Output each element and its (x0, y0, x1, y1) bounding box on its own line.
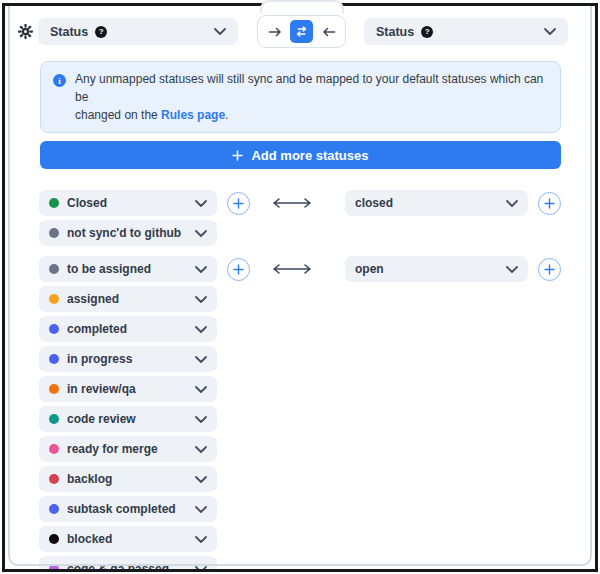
source-status-dropdown[interactable]: completed (39, 316, 217, 342)
mapping-row: Closed closed (39, 190, 595, 216)
source-status-dropdown[interactable]: subtask completed (39, 496, 217, 522)
source-status-label: subtask completed (67, 502, 195, 516)
help-icon[interactable]: ? (95, 26, 107, 38)
info-icon: i (53, 74, 66, 87)
target-status-dropdown[interactable]: closed (345, 190, 528, 216)
status-color-dot (49, 384, 59, 394)
add-more-statuses-button[interactable]: Add more statuses (40, 141, 561, 169)
mapping-row: completed (39, 316, 595, 342)
source-status-label: not sync'd to github (67, 226, 195, 240)
status-color-dot (49, 504, 59, 514)
mapping-groups: Closed closed not sync'd to github to be… (5, 190, 595, 572)
chevron-down-icon (195, 476, 207, 483)
add-source-status-button[interactable] (227, 258, 250, 281)
status-color-dot (49, 294, 59, 304)
mapping-row: not sync'd to github (39, 220, 595, 246)
source-status-label: backlog (67, 472, 195, 486)
status-color-dot (49, 264, 59, 274)
unmapped-statuses-info-banner: i Any unmapped statuses will still sync … (40, 61, 561, 133)
chevron-down-icon (195, 230, 207, 237)
cropped-popover-notch (260, 0, 344, 13)
mapping-row: in progress (39, 346, 595, 372)
banner-line-2-text: changed on the (75, 108, 161, 122)
source-field-dropdown[interactable]: Status ? (38, 18, 238, 45)
add-target-status-button[interactable] (538, 192, 561, 215)
source-status-dropdown[interactable]: in review/qa (39, 376, 217, 402)
source-status-dropdown[interactable]: backlog (39, 466, 217, 492)
plus-icon (233, 264, 244, 275)
chevron-down-icon (195, 356, 207, 363)
source-status-dropdown[interactable]: to be assigned (39, 256, 217, 282)
source-status-dropdown[interactable]: Closed (39, 190, 217, 216)
source-status-dropdown[interactable]: in progress (39, 346, 217, 372)
target-status-dropdown[interactable]: open (345, 256, 528, 282)
one-way-left-button[interactable] (317, 20, 340, 43)
status-mapping-screen: Status ? Status ? (0, 0, 600, 574)
status-color-dot (49, 564, 59, 572)
source-status-label: ready for merge (67, 442, 195, 456)
source-field-label: Status (50, 25, 88, 39)
source-status-label: to be assigned (67, 262, 195, 276)
mapping-group: to be assigned open assigned completed (5, 256, 595, 572)
sync-direction-toggle (257, 15, 346, 48)
source-status-label: blocked (67, 532, 195, 546)
chevron-down-icon (506, 266, 518, 273)
arrow-right-icon (268, 27, 282, 37)
status-color-dot (49, 324, 59, 334)
help-icon[interactable]: ? (421, 26, 433, 38)
source-status-dropdown[interactable]: assigned (39, 286, 217, 312)
rules-page-link[interactable]: Rules page (161, 108, 225, 122)
add-more-statuses-label: Add more statuses (251, 148, 368, 163)
banner-text: Any unmapped statuses will still sync an… (75, 70, 548, 124)
source-status-dropdown[interactable]: code review (39, 406, 217, 432)
chevron-down-icon (195, 506, 207, 513)
add-source-status-button[interactable] (227, 192, 250, 215)
mapping-row: to be assigned open (39, 256, 595, 282)
gear-icon[interactable] (18, 24, 33, 39)
source-status-dropdown[interactable]: blocked (39, 526, 217, 552)
source-status-label: in progress (67, 352, 195, 366)
banner-line-2-suffix: . (225, 108, 228, 122)
source-status-dropdown[interactable]: not sync'd to github (39, 220, 217, 246)
source-status-label: code review (67, 412, 195, 426)
mapping-row: code & qa passed (39, 556, 595, 572)
field-mapping-header: Status ? Status ? (18, 15, 595, 48)
mapping-row: subtask completed (39, 496, 595, 522)
chevron-down-icon (195, 446, 207, 453)
source-status-dropdown[interactable]: code & qa passed (39, 556, 217, 572)
mapping-row: code review (39, 406, 595, 432)
mapping-row: ready for merge (39, 436, 595, 462)
banner-line-2: changed on the Rules page. (75, 106, 548, 124)
two-way-mapping-arrow-icon (269, 197, 315, 209)
chevron-down-icon (195, 386, 207, 393)
arrow-left-icon (322, 27, 336, 37)
source-status-label: code & qa passed (67, 562, 195, 572)
target-status-label: open (355, 262, 506, 276)
status-color-dot (49, 444, 59, 454)
source-status-dropdown[interactable]: ready for merge (39, 436, 217, 462)
status-color-dot (49, 474, 59, 484)
source-status-label: assigned (67, 292, 195, 306)
one-way-right-button[interactable] (263, 20, 286, 43)
target-field-dropdown[interactable]: Status ? (364, 18, 568, 45)
plus-icon (233, 198, 244, 209)
add-target-status-button[interactable] (538, 258, 561, 281)
two-way-sync-button[interactable] (290, 20, 313, 43)
plus-icon (544, 264, 555, 275)
chevron-down-icon (195, 416, 207, 423)
status-color-dot (49, 414, 59, 424)
chevron-down-icon (195, 566, 207, 573)
target-field-label: Status (376, 25, 414, 39)
chevron-down-icon (506, 200, 518, 207)
mapping-row: assigned (39, 286, 595, 312)
chevron-down-icon (544, 28, 556, 35)
chevron-down-icon (214, 28, 226, 35)
target-status-label: closed (355, 196, 506, 210)
status-color-dot (49, 198, 59, 208)
chevron-down-icon (195, 200, 207, 207)
status-color-dot (49, 534, 59, 544)
plus-icon (232, 150, 243, 161)
status-color-dot (49, 228, 59, 238)
two-way-sync-icon (295, 26, 308, 37)
chevron-down-icon (195, 326, 207, 333)
